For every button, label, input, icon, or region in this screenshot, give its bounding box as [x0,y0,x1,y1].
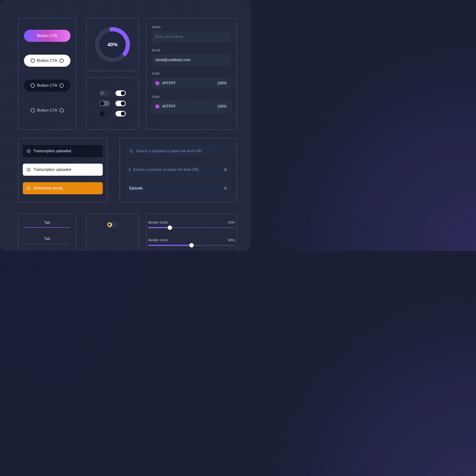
search-field[interactable] [136,149,227,153]
color-hex: #FFFFF [162,104,176,109]
toast-success-dark: Transcription uploaded [23,145,103,157]
slider-border-2[interactable]: Border Color 50% [148,238,235,246]
button-cta-white[interactable]: Button CTA [24,55,70,67]
moon-icon [108,223,111,226]
toast-text: Transcription uploaded [34,149,71,153]
search-input-focused[interactable]: | [125,164,231,176]
slider-thumb[interactable] [168,225,172,230]
search-panel: | [119,138,237,203]
color-hex: #FFFFF [162,81,176,85]
circle-icon [60,108,64,113]
circle-icon [60,59,64,63]
slider-label: Border Color [148,220,168,224]
button-label: Button CTA [37,34,57,38]
svg-point-0 [27,150,30,153]
search-field[interactable] [133,168,221,172]
circle-icon [31,59,35,63]
toggle-off-2[interactable] [99,101,109,106]
color-swatch-icon [155,104,159,109]
slider-border-1[interactable]: Border Color 25% [148,220,235,228]
check-circle-icon [27,149,31,153]
clear-icon[interactable] [224,168,227,171]
slider-value: 25% [228,220,235,224]
svg-point-1 [27,168,30,171]
button-cta-ghost[interactable]: Button CTA [24,104,70,117]
color-input-row[interactable]: #FFFFF 100% [152,78,231,89]
clear-icon[interactable] [224,187,227,190]
circle-icon [31,108,35,113]
toggle-on-3[interactable] [116,111,126,117]
toast-text: Transcription uploaded [34,168,71,172]
theme-panel [86,213,139,251]
button-cta-gradient[interactable]: Button CTA [24,30,70,42]
toggle-off-3[interactable] [99,111,109,117]
toggles-panel [86,77,139,130]
progress-panel: 40% [86,18,139,71]
sliders-panel: Border Color 25% Border Color 50% [146,213,237,251]
color-input-row-focused[interactable]: #FFFFF 100% [152,101,231,112]
form-panel: Name Email Color #FFFFF 100% Color #FFFF… [146,18,237,130]
search-icon [129,149,133,153]
tab-item[interactable]: Tab [24,234,70,244]
email-label: Email [152,48,231,52]
circle-icon [60,84,64,88]
alert-circle-icon [27,186,31,190]
toast-success-light: Transcription uploaded [23,164,103,176]
circle-icon [31,84,35,88]
theme-toggle[interactable] [107,222,118,228]
button-label: Button CTA [37,58,57,63]
slider-value: 50% [228,238,235,242]
toggle-on-2[interactable] [116,101,126,106]
email-input[interactable] [152,54,231,66]
button-label: Button CTA [37,83,57,88]
svg-line-6 [132,152,133,153]
color-opacity[interactable]: 100% [213,101,231,112]
name-label: Name [152,25,231,29]
svg-point-4 [29,189,29,189]
toggle-off-1[interactable] [99,90,109,96]
toasts-panel: Transcription uploaded Transcription upl… [18,138,107,203]
toggle-on-1[interactable] [116,90,126,96]
search-input-idle[interactable] [125,145,231,157]
slider-label: Border Color [148,238,168,242]
color-label: Color [152,95,231,99]
color-label: Color [152,72,231,75]
color-opacity[interactable]: 100% [213,78,231,89]
check-circle-icon [27,168,31,172]
progress-circle: 40% [95,27,130,62]
button-label: Button CTA [37,108,57,113]
tab-label: Tab [44,237,50,241]
slider-thumb[interactable] [189,243,194,248]
color-swatch-icon [155,81,159,85]
progress-label: 40% [99,31,126,58]
tab-label: Tab [44,221,50,225]
text-cursor-icon: | [129,168,130,172]
search-field[interactable] [129,186,221,190]
tabs-panel: Tab Tab [18,213,76,251]
buttons-panel: Button CTA Button CTA Button CTA Button … [18,18,76,130]
name-input[interactable] [152,31,231,42]
svg-point-5 [130,150,133,152]
tab-item-active[interactable]: Tab [24,218,70,228]
search-input-typed[interactable] [125,182,231,194]
toast-error: Something wrong [23,182,103,194]
toast-text: Something wrong [34,186,63,190]
button-cta-dark[interactable]: Button CTA [24,80,70,92]
